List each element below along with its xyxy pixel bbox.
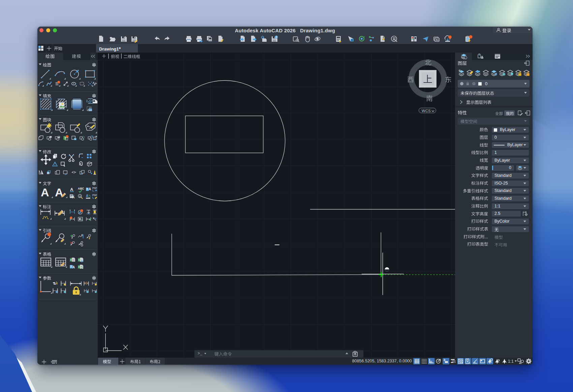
svg-text:A: A	[86, 194, 88, 198]
svg-text:1: 1	[81, 218, 83, 221]
svg-text:A: A	[70, 187, 73, 192]
svg-text:A: A	[72, 195, 74, 199]
svg-text:A: A	[41, 186, 49, 199]
svg-text:x: x	[95, 217, 96, 220]
svg-text:PDF: PDF	[92, 194, 97, 196]
svg-text:A: A	[72, 265, 75, 269]
svg-text:8: 8	[78, 258, 80, 261]
svg-text:8: 8	[70, 258, 72, 261]
svg-text:8: 8	[78, 265, 80, 268]
svg-text:ABC: ABC	[78, 187, 84, 190]
svg-text:PDF: PDF	[92, 187, 97, 189]
svg-text:A: A	[79, 195, 81, 198]
svg-text:A: A	[89, 187, 91, 191]
